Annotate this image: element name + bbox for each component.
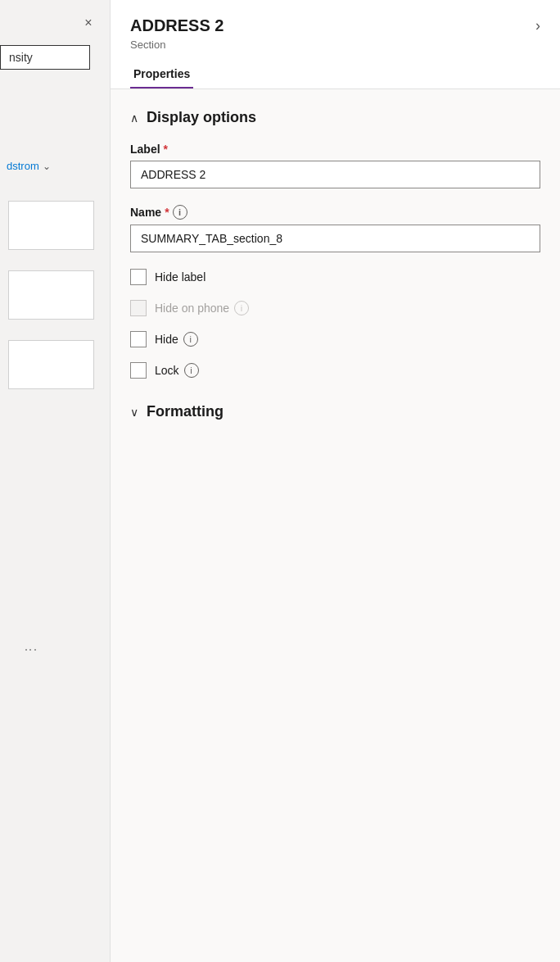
close-button[interactable]: × xyxy=(77,11,100,34)
panel-header: ADDRESS 2 › Section Properties xyxy=(111,0,560,89)
hide-label-checkbox[interactable] xyxy=(130,269,147,285)
label-input[interactable] xyxy=(130,161,540,188)
tab-properties[interactable]: Properties xyxy=(130,61,193,88)
name-info-icon[interactable]: i xyxy=(173,205,187,220)
hide-row: Hide i xyxy=(130,331,540,347)
name-field-label: Name * i xyxy=(130,205,540,220)
hide-on-phone-row: Hide on phone i xyxy=(130,300,540,316)
lock-info-icon[interactable]: i xyxy=(184,363,199,378)
expand-icon[interactable]: ∨ xyxy=(130,406,138,419)
hide-checkbox[interactable] xyxy=(130,331,147,347)
tabs-row: Properties xyxy=(130,61,540,88)
hide-on-phone-info-icon: i xyxy=(234,301,249,315)
name-required-star: * xyxy=(165,206,169,219)
label-field-group: Label * xyxy=(130,143,540,188)
chevron-right-icon[interactable]: › xyxy=(535,17,540,34)
lock-text: Lock i xyxy=(155,363,199,378)
name-field-label-text: Name xyxy=(130,206,161,219)
panel-subtitle: Section xyxy=(130,39,540,51)
hide-text: Hide i xyxy=(155,332,198,347)
header-top: ADDRESS 2 › xyxy=(130,16,540,35)
left-label-box: nsity xyxy=(0,45,90,70)
name-input[interactable] xyxy=(130,225,540,252)
lock-checkbox[interactable] xyxy=(130,362,147,379)
label-required-star: * xyxy=(164,143,168,156)
formatting-section-header: ∨ Formatting xyxy=(130,403,540,420)
chevron-down-icon: ⌄ xyxy=(43,161,51,172)
formatting-title: Formatting xyxy=(147,403,224,420)
display-options-title: Display options xyxy=(147,109,256,126)
hide-label-text: Hide label xyxy=(155,270,205,284)
drag-dots-icon: ⋮ xyxy=(23,643,38,658)
hide-label-row: Hide label xyxy=(130,269,540,285)
left-link[interactable]: dstrom ⌄ xyxy=(7,160,51,172)
display-options-section-header: ∧ Display options xyxy=(130,109,540,126)
right-panel: ADDRESS 2 › Section Properties ∧ Display… xyxy=(111,0,560,962)
left-placeholder-2 xyxy=(8,270,94,320)
label-field-label-text: Label xyxy=(130,143,160,156)
collapse-icon[interactable]: ∧ xyxy=(130,111,138,125)
lock-row: Lock i xyxy=(130,362,540,379)
hide-on-phone-text: Hide on phone i xyxy=(155,301,249,315)
name-field-group: Name * i xyxy=(130,205,540,252)
panel-content: ∧ Display options Label * Name * i Hide … xyxy=(111,89,560,440)
panel-title: ADDRESS 2 xyxy=(130,16,224,35)
left-placeholder-1 xyxy=(8,201,94,250)
left-panel: × nsity dstrom ⌄ ⋮ xyxy=(0,0,111,962)
label-field-label: Label * xyxy=(130,143,540,156)
left-link-text: dstrom xyxy=(7,160,39,172)
hide-info-icon[interactable]: i xyxy=(183,332,198,347)
left-placeholder-3 xyxy=(8,340,94,389)
hide-on-phone-checkbox xyxy=(130,300,147,316)
